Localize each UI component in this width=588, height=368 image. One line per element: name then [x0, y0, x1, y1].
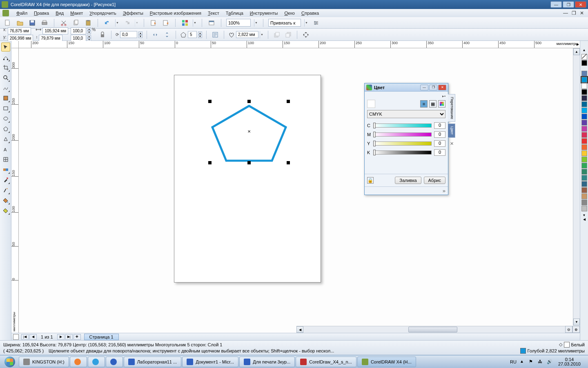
black-value[interactable]: 0	[434, 149, 445, 156]
to-front-button[interactable]	[272, 30, 281, 39]
first-page-button[interactable]: |◀	[21, 334, 29, 340]
slider-view-button[interactable]: ≡	[420, 100, 428, 108]
menu-app-icon[interactable]	[2, 10, 9, 16]
docker-minimize-button[interactable]: —	[420, 85, 428, 90]
lock-ratio-button[interactable]	[98, 30, 107, 39]
swatch-black[interactable]	[581, 60, 587, 66]
zoom-out-icon[interactable]: ⊖	[565, 326, 572, 333]
handle-bc[interactable]	[247, 161, 251, 164]
menu-help[interactable]: Справка	[298, 10, 322, 16]
outline-width-dropdown[interactable]: ▼	[260, 31, 264, 38]
docker-options-icon[interactable]: ▸▪	[367, 94, 445, 98]
swatch[interactable]	[581, 89, 587, 95]
ellipse-tool[interactable]	[1, 114, 10, 123]
menu-bitmaps[interactable]: Растровые изображения	[147, 10, 205, 16]
close-button[interactable]: ✕	[575, 1, 586, 8]
magenta-value[interactable]: 0	[434, 131, 445, 138]
docker-tab-color[interactable]: Цвет	[448, 123, 455, 137]
swatch[interactable]	[581, 187, 587, 193]
lang-indicator[interactable]: RU	[510, 359, 517, 364]
docker-maximize-button[interactable]: ❐	[429, 85, 437, 90]
drawing-canvas[interactable]: ✕ Цвет — ❐ ✕ ▸▪	[19, 48, 580, 333]
vertical-scrollbar[interactable]: ▲ ▼	[573, 48, 580, 325]
basic-shapes-tool[interactable]	[1, 135, 10, 144]
palette-scroll-down[interactable]: ▼	[583, 213, 586, 217]
swatch[interactable]	[581, 157, 587, 162]
last-page-button[interactable]: ▶|	[65, 334, 73, 340]
black-slider[interactable]	[374, 150, 432, 155]
rectangle-tool[interactable]	[1, 104, 10, 113]
polygon-tool[interactable]	[1, 124, 10, 133]
task-wmp[interactable]	[70, 357, 87, 367]
shape-tool[interactable]	[1, 53, 10, 62]
menu-text[interactable]: Текст	[205, 10, 223, 16]
open-button[interactable]	[16, 18, 24, 27]
app-launcher-dropdown[interactable]: ▼	[193, 19, 197, 27]
menu-effects[interactable]: Эффекты	[120, 10, 147, 16]
menu-edit[interactable]: Правка	[31, 10, 52, 16]
redo-button[interactable]	[122, 18, 131, 27]
tray-arrow-icon[interactable]: ▲	[520, 359, 526, 365]
doc-minimize-button[interactable]: —	[562, 10, 569, 16]
fill-swatch[interactable]	[564, 342, 570, 348]
rotation-field[interactable]: 0,0	[120, 31, 137, 38]
app-launcher-button[interactable]	[180, 18, 189, 27]
menu-view[interactable]: Вид	[52, 10, 67, 16]
to-back-button[interactable]	[284, 30, 293, 39]
swatch[interactable]	[581, 95, 587, 101]
swatch[interactable]	[581, 181, 587, 187]
menu-file[interactable]: Файл	[13, 10, 31, 16]
center-marker[interactable]: ✕	[247, 129, 251, 134]
yellow-slider[interactable]	[374, 141, 432, 146]
lock-icon[interactable]: 🔒	[367, 177, 374, 184]
next-page-button[interactable]: ▶	[57, 334, 65, 340]
swatch[interactable]	[581, 144, 587, 150]
doc-close-button[interactable]: ✕	[578, 10, 586, 16]
swatch[interactable]	[581, 138, 587, 144]
swatch[interactable]	[581, 175, 587, 181]
swatch[interactable]	[581, 169, 587, 175]
scalex-field[interactable]: 100,0	[71, 27, 86, 34]
cyan-slider[interactable]	[374, 123, 432, 128]
swatch[interactable]	[581, 193, 587, 199]
handle-tr[interactable]	[287, 100, 290, 103]
handle-tc[interactable]	[247, 100, 251, 103]
scalex-spinner[interactable]: ▲▼	[87, 27, 91, 34]
wrap-text-button[interactable]	[211, 30, 220, 39]
zoom-tool[interactable]	[1, 73, 10, 82]
zoom-in-icon[interactable]: ⊕	[572, 326, 580, 333]
freehand-tool[interactable]	[1, 83, 10, 92]
swatch-none[interactable]	[581, 54, 587, 60]
zoom-dropdown[interactable]: ▼	[254, 19, 258, 27]
pentagon-shape[interactable]	[210, 103, 288, 164]
task-word2[interactable]: Документ1 - Micr...	[182, 357, 238, 367]
swatch[interactable]	[581, 132, 587, 138]
import-button[interactable]	[149, 18, 158, 27]
horizontal-ruler[interactable]: 200 150 100 50 0 50 100 150 200 250 300 …	[19, 41, 580, 48]
swatch[interactable]	[581, 150, 587, 156]
export-button[interactable]	[161, 18, 170, 27]
cyan-value[interactable]: 0	[434, 122, 445, 129]
crop-tool[interactable]	[1, 63, 10, 72]
task-kingston[interactable]: KINGSTON (H:)	[19, 357, 69, 367]
copy-button[interactable]	[71, 18, 80, 27]
eyedropper-tool[interactable]	[1, 175, 10, 184]
rotation-spinner[interactable]: ▲▼	[138, 31, 143, 38]
swatch[interactable]	[581, 108, 587, 113]
zoom-field[interactable]: 100%	[226, 19, 251, 27]
sides-spinner[interactable]: ▲▼	[198, 31, 202, 38]
options-button[interactable]	[312, 18, 321, 27]
yellow-value[interactable]: 0	[434, 140, 445, 147]
tray-network-icon[interactable]: 🖧	[538, 359, 543, 365]
undo-button[interactable]	[103, 18, 112, 27]
palette-flyout[interactable]: ◀	[583, 218, 586, 221]
mirror-h-button[interactable]	[151, 30, 160, 39]
snap-field[interactable]: Привязать к	[268, 19, 301, 27]
menu-window[interactable]: Окно	[281, 10, 298, 16]
table-tool[interactable]	[1, 155, 10, 164]
horizontal-scrollbar[interactable]: ◀ ▶	[296, 326, 573, 333]
page-tab[interactable]: Страница 1	[84, 334, 119, 340]
viewer-view-button[interactable]: ▦	[429, 100, 437, 108]
menu-table[interactable]: Таблица	[223, 10, 247, 16]
add-page-button[interactable]: ✚	[74, 334, 81, 340]
